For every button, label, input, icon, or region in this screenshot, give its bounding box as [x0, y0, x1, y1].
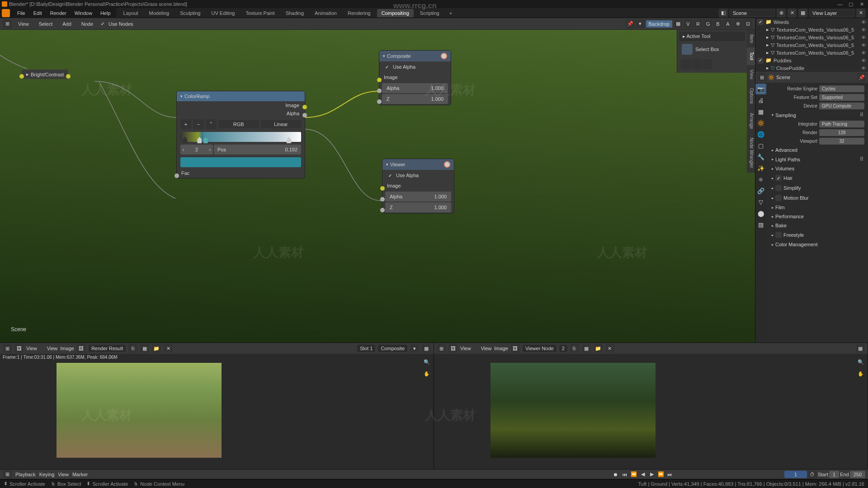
- tab-layout[interactable]: Layout: [119, 9, 143, 17]
- layer-select[interactable]: Composite: [378, 345, 407, 352]
- simplify-section[interactable]: ▸Simplify: [769, 183, 866, 193]
- jump-start-icon[interactable]: ⏮: [621, 471, 629, 478]
- menu-add[interactable]: Add: [59, 20, 75, 28]
- outliner-row-weeds[interactable]: 📁Weeds👁: [755, 18, 868, 26]
- alpha-socket[interactable]: [302, 113, 307, 117]
- constraint-tab-icon[interactable]: 🔗: [755, 185, 766, 196]
- scene-new-button[interactable]: ⊕: [777, 9, 786, 18]
- menu-view2[interactable]: View: [481, 346, 492, 351]
- colormode-select[interactable]: RGB: [218, 120, 259, 128]
- advanced-section[interactable]: ▸Advanced: [769, 145, 866, 155]
- menu-image[interactable]: Image: [60, 346, 74, 351]
- blender-logo-icon[interactable]: [2, 9, 10, 17]
- render-engine-select[interactable]: Cycles: [819, 85, 864, 92]
- pan-icon[interactable]: ✋: [858, 371, 864, 377]
- zoom-icon[interactable]: 🔍: [424, 359, 430, 365]
- image-socket[interactable]: [302, 105, 307, 109]
- ramp-handle-2[interactable]: [203, 137, 208, 143]
- scene-tab-icon[interactable]: 🔆: [755, 117, 766, 128]
- channel-r[interactable]: R: [693, 19, 703, 28]
- channel-combined-icon[interactable]: ▦: [674, 19, 683, 28]
- viewlayer-selector[interactable]: View Layer: [809, 9, 854, 17]
- hair-checkbox[interactable]: [775, 175, 782, 181]
- editor-type-icon[interactable]: ⊞: [437, 344, 446, 353]
- editor-type-icon[interactable]: ⊞: [3, 344, 12, 353]
- sidebar-tab-arrange[interactable]: Arrange: [747, 108, 755, 134]
- maximize-button[interactable]: ▢: [846, 1, 855, 7]
- outliner-row-mesh[interactable]: ▸▽TexturesCom_Weeds_Various06_5👁: [755, 33, 868, 41]
- menu-file[interactable]: File: [14, 9, 29, 17]
- tab-shading[interactable]: Shading: [281, 9, 308, 17]
- channel-v[interactable]: V: [684, 19, 693, 28]
- slot-select[interactable]: Slot 1: [357, 345, 375, 352]
- visibility-icon[interactable]: 👁: [861, 27, 866, 33]
- simplify-checkbox[interactable]: [775, 185, 782, 191]
- menu-view[interactable]: View: [14, 20, 33, 28]
- menu-view[interactable]: View: [460, 346, 471, 351]
- sidebar-tab-tool[interactable]: Tool: [747, 47, 755, 65]
- feature-set-select[interactable]: Supported: [819, 94, 864, 101]
- node-canvas[interactable]: ▸ Bright/Contrast ▾ ColorRamp Image Alph…: [0, 30, 755, 343]
- editor-type-icon[interactable]: ⊞: [757, 73, 766, 82]
- next-stop-icon[interactable]: ›: [209, 147, 211, 152]
- image-socket[interactable]: [377, 78, 382, 82]
- menu-node[interactable]: Node: [78, 20, 97, 28]
- use-alpha-checkbox[interactable]: [384, 64, 390, 70]
- menu-icon[interactable]: ⠿: [860, 112, 863, 118]
- integrator-select[interactable]: Path Tracing: [819, 121, 864, 127]
- motionblur-checkbox[interactable]: [775, 195, 782, 201]
- minimize-button[interactable]: —: [835, 1, 844, 7]
- interp-select[interactable]: Linear: [261, 120, 302, 128]
- backdrop-button[interactable]: Backdrop: [646, 20, 673, 28]
- snap-icon[interactable]: [681, 59, 691, 69]
- bake-section[interactable]: ▸Bake: [769, 221, 866, 230]
- pan-icon[interactable]: ✋: [424, 371, 430, 377]
- select-box-tool[interactable]: Select Box: [679, 41, 745, 57]
- viewlayer-icon[interactable]: ▦: [798, 9, 807, 18]
- menu-render[interactable]: Render: [47, 9, 70, 17]
- composite-title-bar[interactable]: ▾ Composite: [379, 51, 451, 61]
- z-input[interactable]: Z1.000: [382, 94, 448, 104]
- preview-icon[interactable]: [444, 161, 450, 168]
- image-browse-icon[interactable]: 🖼: [77, 344, 86, 353]
- use-nodes-checkbox[interactable]: [99, 21, 106, 27]
- pin-icon[interactable]: 📌: [857, 73, 866, 82]
- menu-view2[interactable]: View: [47, 346, 58, 351]
- composite-node[interactable]: ▾ Composite Use Alpha Image Alpha1.000 Z…: [379, 50, 451, 105]
- keying-menu[interactable]: Keying: [39, 472, 55, 477]
- image-editor-left[interactable]: ⊞ 🖼 View View Image 🖼 Render Result ⎘ ▦ …: [0, 343, 434, 469]
- image-editor-right[interactable]: ⊞ 🖼 View View Image 🖼 Viewer Node 2 ⎘ ▦ …: [434, 343, 868, 469]
- new-image-icon[interactable]: ▦: [582, 344, 591, 353]
- menu-select[interactable]: Select: [35, 20, 57, 28]
- menu-edit[interactable]: Edit: [30, 9, 46, 17]
- pin-icon[interactable]: 📌: [626, 19, 635, 28]
- outliner-row-puddles[interactable]: 📁Puddles👁: [755, 56, 868, 64]
- sidebar-tab-options[interactable]: Options: [747, 84, 755, 108]
- end-frame-field[interactable]: 250: [850, 471, 865, 478]
- stop-color-swatch[interactable]: [180, 157, 301, 167]
- backdrop-channel-icon[interactable]: ▾: [636, 19, 645, 28]
- collection-checkbox[interactable]: [757, 19, 764, 25]
- jump-prev-keyframe-icon[interactable]: ⏪: [630, 471, 638, 478]
- zoom-icon[interactable]: 🔍: [858, 359, 864, 365]
- play-reverse-icon[interactable]: ◀: [639, 471, 647, 478]
- film-section[interactable]: ▸Film: [769, 203, 866, 212]
- sampling-section[interactable]: ▾Sampling⠿: [769, 110, 866, 120]
- output-socket[interactable]: [66, 74, 71, 79]
- mode-icon[interactable]: 🖼: [14, 344, 24, 353]
- freestyle-section[interactable]: ▸Freestyle: [769, 230, 866, 240]
- image-browse-icon[interactable]: 🖼: [511, 344, 520, 353]
- image-name-field[interactable]: Render Result: [89, 345, 126, 352]
- viewlayer-tab-icon[interactable]: ▦: [755, 106, 766, 117]
- outliner-row-mesh[interactable]: ▸▽TexturesCom_Weeds_Various06_5👁: [755, 26, 868, 33]
- backdrop-fit-icon[interactable]: ⊡: [743, 19, 752, 28]
- add-stop-button[interactable]: +: [180, 119, 191, 129]
- colorramp-title-bar[interactable]: ▾ ColorRamp: [177, 91, 305, 101]
- playback-menu[interactable]: Playback: [15, 472, 36, 477]
- node-editor[interactable]: ⊞ View Select Add Node Use Nodes 📌 ▾ Bac…: [0, 18, 755, 343]
- fake-user-icon[interactable]: ⎘: [570, 344, 579, 353]
- scene-selector[interactable]: Scene: [730, 9, 775, 17]
- sidebar-tab-nodewrangler[interactable]: Node Wrangler: [747, 133, 755, 173]
- visibility-icon[interactable]: 👁: [861, 19, 866, 25]
- ramp-handle-0[interactable]: [183, 137, 187, 143]
